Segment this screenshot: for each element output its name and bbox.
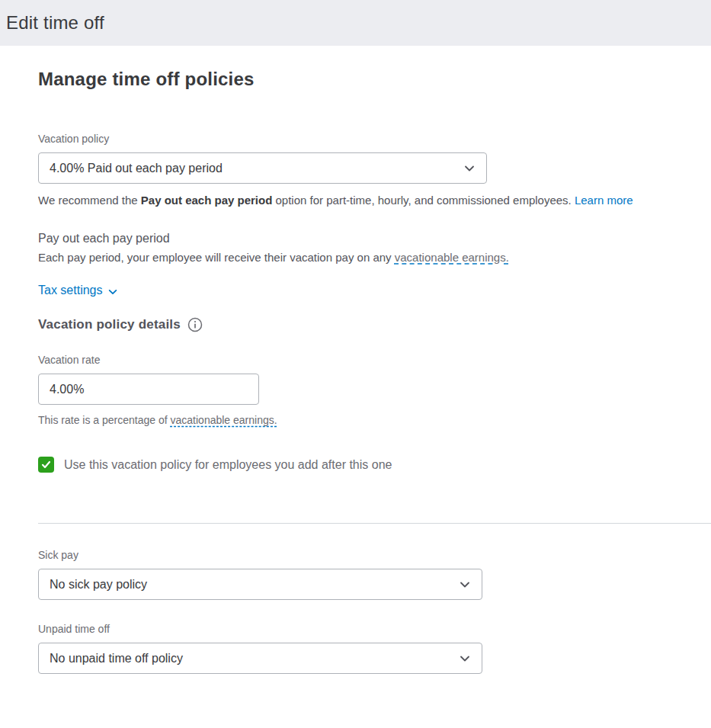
vacation-details-heading-row: Vacation policy details	[38, 317, 711, 332]
chevron-down-icon	[459, 653, 471, 665]
hint-bold: Pay out each pay period	[141, 194, 273, 207]
sick-pay-label: Sick pay	[38, 549, 711, 561]
info-icon[interactable]	[187, 317, 203, 332]
vacation-policy-hint: We recommend the Pay out each pay period…	[38, 194, 711, 207]
vacation-rate-input[interactable]	[38, 374, 259, 405]
unpaid-time-off-select[interactable]: No unpaid time off policy	[38, 643, 482, 674]
chevron-down-icon	[463, 162, 476, 175]
vacation-details-heading: Vacation policy details	[38, 317, 181, 332]
default-policy-checkbox-row: Use this vacation policy for employees y…	[38, 457, 711, 473]
vacationable-earnings-tooltip-link[interactable]: vacationable earnings.	[171, 414, 277, 426]
payout-section-title: Pay out each pay period	[38, 232, 711, 245]
section-heading: Manage time off policies	[38, 69, 711, 90]
sick-pay-select[interactable]: No sick pay policy	[38, 569, 482, 600]
payout-section-description: Each pay period, your employee will rece…	[38, 251, 711, 264]
chevron-down-icon	[459, 579, 471, 591]
default-policy-checkbox-label: Use this vacation policy for employees y…	[64, 458, 392, 472]
unpaid-time-off-label: Unpaid time off	[38, 623, 711, 635]
vacationable-earnings-tooltip-link[interactable]: vacationable earnings.	[395, 251, 509, 264]
chevron-down-icon	[107, 287, 118, 297]
vacation-policy-select[interactable]: 4.00% Paid out each pay period	[38, 152, 487, 184]
vacation-rate-label: Vacation rate	[38, 354, 711, 366]
vacation-policy-selected-value: 4.00% Paid out each pay period	[50, 162, 223, 175]
rate-note-text: This rate is a percentage of	[38, 414, 171, 426]
main-content: Manage time off policies Vacation policy…	[0, 46, 711, 674]
sick-pay-selected-value: No sick pay policy	[50, 578, 147, 592]
learn-more-link[interactable]: Learn more	[575, 194, 633, 207]
default-policy-checkbox[interactable]	[38, 457, 54, 473]
page-title: Edit time off	[6, 12, 104, 34]
hint-suffix: option for part-time, hourly, and commis…	[272, 194, 575, 207]
hint-prefix: We recommend the	[38, 194, 141, 207]
vacation-policy-label: Vacation policy	[38, 133, 711, 145]
tax-settings-toggle[interactable]: Tax settings	[38, 284, 118, 297]
page-header: Edit time off	[0, 0, 711, 46]
vacation-rate-note: This rate is a percentage of vacationabl…	[38, 414, 711, 426]
checkmark-icon	[41, 460, 51, 470]
tax-settings-label: Tax settings	[38, 284, 102, 297]
payout-desc-text: Each pay period, your employee will rece…	[38, 251, 395, 264]
unpaid-time-off-selected-value: No unpaid time off policy	[50, 652, 183, 665]
section-divider	[38, 523, 711, 524]
